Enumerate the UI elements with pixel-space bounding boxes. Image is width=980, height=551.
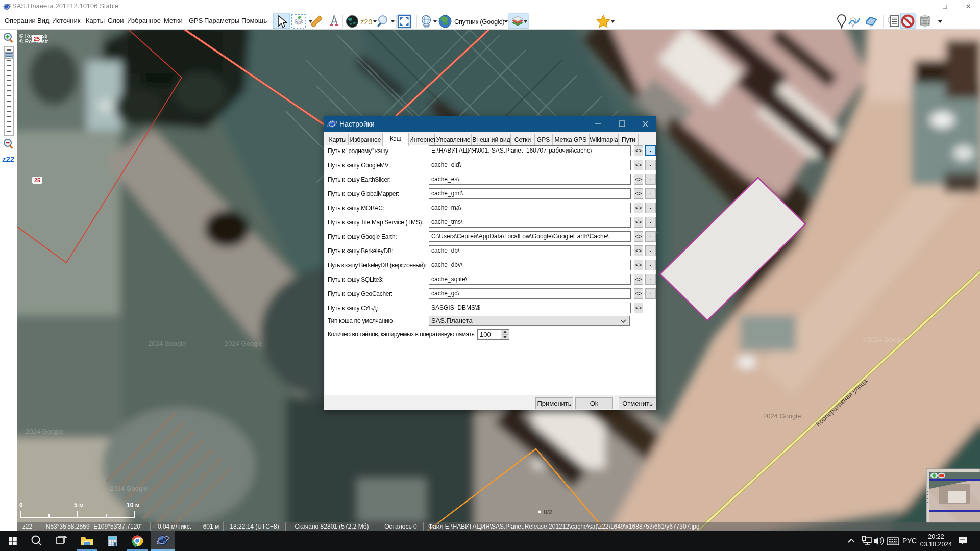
svg-text:0: 0 [19,502,23,509]
svg-text:25: 25 [34,36,40,42]
svg-text:©2024 Google: ©2024 Google [863,336,905,343]
svg-text:2024 Google: 2024 Google [763,412,801,420]
svg-text:5 м: 5 м [74,502,84,509]
svg-text:10 м: 10 м [127,502,140,509]
svg-text:8/2: 8/2 [544,509,552,516]
svg-text:Спутник (Google): Спутник (Google) [454,18,504,26]
svg-text:z20: z20 [360,18,372,26]
svg-text:2024 Google: 2024 Google [110,485,148,492]
svg-text:z22: z22 [2,155,14,163]
svg-text:2024 Google: 2024 Google [225,340,262,347]
svg-text:25: 25 [34,177,40,183]
svg-text:2024 Google: 2024 Google [148,340,186,347]
svg-text:2024 Google: 2024 Google [26,428,63,435]
